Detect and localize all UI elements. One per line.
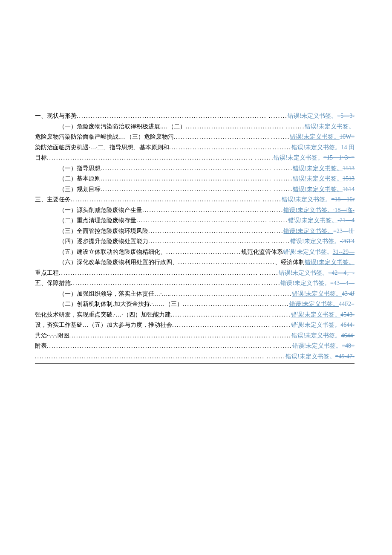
bookmark-error-text[interactable]: 错误!未定义书签。 bbox=[305, 122, 355, 132]
toc-entry-suffix: 规范化监管体系 bbox=[241, 247, 283, 258]
toc-page-revision: 1513 bbox=[343, 163, 355, 174]
toc-entry-title: （二）重点清理危险废物存量 bbox=[35, 215, 136, 226]
bookmark-error-text[interactable]: 错误!未定义书签。 bbox=[292, 289, 342, 299]
leader-dots-tail: ........ bbox=[254, 257, 275, 268]
leader-dots bbox=[59, 268, 258, 279]
toc-row: 危险废物污染防治面临严峻挑战.…（三）危险废物污........错误!未定义书签… bbox=[35, 132, 355, 142]
toc-entry-title: 五、保障措施 bbox=[35, 278, 71, 289]
bookmark-error-text[interactable]: 错误!未定义书签。 bbox=[274, 153, 323, 163]
bookmark-error-text[interactable]: 错误!未定义书签。 bbox=[290, 236, 340, 247]
toc-page-revision: =42—4。- bbox=[328, 268, 355, 279]
toc-page-revision: -21—4 bbox=[337, 215, 355, 226]
toc-row: （一）危险废物污染防治取得积极进展.…（二）........错误!未定义书签。 bbox=[35, 122, 355, 132]
leader-dots-tail: ........ bbox=[272, 341, 292, 352]
bookmark-error-text[interactable]: 错误!未定义书签。 bbox=[289, 299, 339, 310]
leader-dots bbox=[101, 184, 272, 195]
bookmark-error-text[interactable]: 错误!未定义书签。 bbox=[293, 163, 343, 174]
toc-row: 共治··.·.·.附图........错误!未定义书签。 4644· bbox=[35, 331, 355, 341]
toc-entry-title: （一）危险废物污染防治取得积极进展.…（二） bbox=[35, 122, 186, 132]
bookmark-error-text[interactable]: 错误!未定义书签。 bbox=[291, 331, 341, 341]
leader-dots-tail: ........ bbox=[263, 205, 283, 216]
leader-dots bbox=[77, 111, 267, 122]
bookmark-error-text[interactable]: 错误!未定义书签。 bbox=[280, 278, 330, 289]
toc-row: 三、主要任务........错误!未定义书签。 =18—16r bbox=[35, 195, 355, 205]
toc-row: 附表........错误!未定义书签。 =48= bbox=[35, 341, 355, 352]
toc-row: （五）建设立体联动的危险废物精细化、........规范化监管体系错误!未定义书… bbox=[35, 247, 355, 258]
bookmark-error-text[interactable]: 错误!未定义书签。 bbox=[288, 215, 338, 226]
toc-page-revision: 43·4J bbox=[342, 289, 355, 299]
toc-page-revision: 4644- bbox=[340, 320, 355, 331]
toc-page-revision: -26T4 bbox=[340, 236, 355, 247]
toc-row: 五、保障措施........错误!未定义书签。 =43—4— bbox=[35, 278, 355, 289]
toc-page-revision: 4644· bbox=[341, 331, 355, 341]
toc-page-revision: ·18—临- bbox=[333, 205, 355, 216]
toc-row: （三）规划目标........错误!未定义书签。 1614 bbox=[35, 184, 355, 195]
toc-entry-title: （二）创新机制体制,加大资金扶持.·……（三） bbox=[35, 299, 183, 310]
leader-dots bbox=[174, 132, 270, 142]
bookmark-error-text[interactable]: 错误!未定义书签。 bbox=[293, 174, 343, 184]
toc-row: （二）创新机制体制,加大资金扶持.·……（三）........错误!未定义书签。… bbox=[35, 299, 355, 310]
toc-row: （二）重点清理危险废物存量........错误!未定义书签。 -21—4 bbox=[35, 215, 355, 226]
bookmark-error-text[interactable]: 错误!未定义书签。 bbox=[283, 205, 333, 216]
leader-dots bbox=[69, 331, 271, 341]
bookmark-error-text[interactable]: 错误!未定义书签。 bbox=[293, 184, 343, 195]
leader-dots-tail: ........ bbox=[258, 268, 279, 279]
toc-row: （一）加强组织领导，落实主体责任…·….........错误!未定义书签。 43… bbox=[35, 289, 355, 299]
leader-dots-tail: ........ bbox=[271, 142, 291, 153]
toc-row: （三）全面管控危险废物环境风险........错误!未定义书签。 =23—丗 bbox=[35, 226, 355, 237]
leader-dots-tail: ........ bbox=[270, 236, 290, 247]
leader-dots-tail: ........ bbox=[269, 132, 290, 142]
toc-page-revision: =48= bbox=[342, 341, 355, 352]
bookmark-error-text[interactable]: 错误!未定义书签。 bbox=[279, 268, 329, 279]
bookmark-error-text[interactable]: 错误!未定义书签。 bbox=[305, 257, 355, 268]
bookmark-error-text[interactable]: 错误!未定义书签。 bbox=[291, 320, 341, 331]
toc-page-revision: =43—4— bbox=[330, 278, 355, 289]
toc-row: （六）深化改革危险废物利用处置的行政四、........、经济体制错误!未定义书… bbox=[35, 257, 355, 268]
leader-dots-tail: ........ bbox=[271, 320, 291, 331]
leader-dots-tail: ........ bbox=[272, 184, 293, 195]
leader-dots-tail: ........ bbox=[263, 226, 283, 237]
leader-dots bbox=[101, 163, 272, 174]
toc-page-revision: 14 田 bbox=[341, 142, 355, 153]
bookmark-error-text[interactable]: 错误!未定义书签。 bbox=[291, 142, 341, 153]
leader-dots bbox=[71, 195, 261, 205]
leader-dots-tail: ........ bbox=[265, 352, 285, 362]
leader-dots bbox=[35, 352, 265, 362]
toc-row: 设，夯实工作基础…（五）加大参与力度，推动社会........错误!未定义书签。… bbox=[35, 320, 355, 331]
toc-row: 重点工程........错误!未定义书签。 =42—4。- bbox=[35, 268, 355, 279]
bookmark-error-text[interactable]: 错误!未定义书签。 bbox=[282, 195, 331, 205]
toc-entry-title: 目标 bbox=[35, 153, 47, 163]
toc-entry-title: 设，夯实工作基础…（五）加大参与力度，推动社会 bbox=[35, 320, 172, 331]
bookmark-error-text[interactable]: 错误!未定义书签。 bbox=[285, 352, 335, 362]
leader-dots bbox=[172, 320, 271, 331]
leader-dots bbox=[186, 122, 285, 132]
toc-entry-title: 强化技术研发，实现重点突破.·…·（四）加强能力建 bbox=[35, 310, 171, 320]
toc-entry-title: 染防治面临历史机遇·…·二、指导思想、基本原则和 bbox=[35, 142, 169, 153]
toc-row: ........错误!未定义书签。 =49-47- bbox=[35, 352, 355, 362]
toc-entry-title: 一、现状与形势 bbox=[35, 111, 77, 122]
leader-dots bbox=[169, 289, 271, 299]
toc-entry-title: 三、主要任务 bbox=[35, 195, 71, 205]
leader-dots bbox=[47, 341, 272, 352]
toc-entry-title: （五）建设立体联动的危险废物精细化、 bbox=[35, 247, 166, 258]
toc-row: 目标........错误!未定义书签。 =15—1~3~= bbox=[35, 153, 355, 163]
toc-row: （一）指导思想........错误!未定义书签。 1513 bbox=[35, 163, 355, 174]
toc-row: （一）源头削减危险废物产生量........错误!未定义书签。 ·18—临- bbox=[35, 205, 355, 216]
bookmark-error-text[interactable]: 错误!未定义书签。 bbox=[283, 226, 333, 237]
toc-page-revision: 4543- bbox=[340, 310, 355, 320]
toc-entry-title: （一）指导思想 bbox=[35, 163, 101, 174]
bookmark-error-text[interactable]: 错误!未定义书签。 bbox=[290, 132, 340, 142]
toc-entry-suffix: 、经济体制 bbox=[275, 257, 305, 268]
page-bottom-rule bbox=[35, 363, 355, 364]
table-of-contents: 一、现状与形势........错误!未定义书签。 =5—3-（一）危险废物污染防… bbox=[35, 111, 355, 362]
bookmark-error-text[interactable]: 错误!未定义书签。 bbox=[292, 341, 342, 352]
leader-dots bbox=[183, 299, 269, 310]
bookmark-error-text[interactable]: 错误!未定义书签。 bbox=[291, 310, 341, 320]
bookmark-error-text[interactable]: 错误!未定义书签。 bbox=[283, 247, 333, 258]
toc-row: 强化技术研发，实现重点突破.·…·（四）加强能力建........错误!未定义书… bbox=[35, 310, 355, 320]
bookmark-error-text[interactable]: 错误!未定义书签。 bbox=[288, 111, 337, 122]
toc-entry-title: 重点工程 bbox=[35, 268, 59, 279]
toc-entry-title: （三）全面管控危险废物环境风险 bbox=[35, 226, 148, 237]
leader-dots bbox=[148, 236, 270, 247]
leader-dots bbox=[178, 257, 254, 268]
